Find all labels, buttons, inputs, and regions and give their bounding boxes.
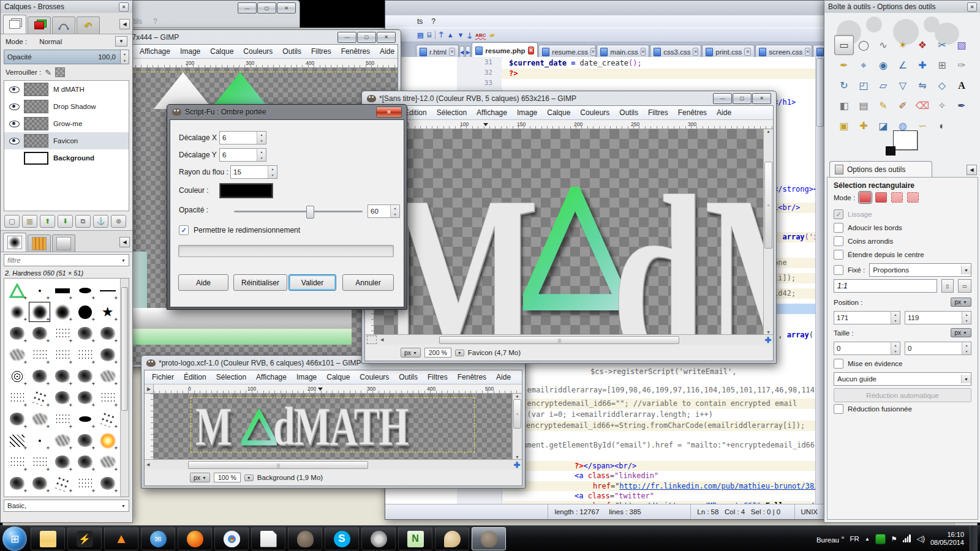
code-fragment[interactable]: 1<br/>: [771, 203, 819, 213]
tool-cage-transform[interactable]: ◇: [932, 75, 952, 96]
sans-titre-horizontal-scrollbar[interactable]: ◀|||▶ ✚: [365, 334, 773, 345]
nav-down-icon[interactable]: ▼: [458, 31, 464, 39]
sans-titre-maximize-button[interactable]: ▢: [733, 93, 752, 104]
checkbox-adoucir-les-bords[interactable]: [834, 223, 843, 233]
code-fragment[interactable]: id42;: [771, 288, 819, 299]
visibility-eye-icon[interactable]: [9, 121, 20, 127]
gimp1-menu-affichage[interactable]: Affichage: [135, 46, 175, 57]
brush-oval-33[interactable]: [74, 408, 96, 430]
sans-titre-menu-s-lection[interactable]: Sélection: [432, 107, 472, 118]
help-button[interactable]: Aide: [178, 274, 228, 291]
brush-smear-44[interactable]: [96, 451, 119, 473]
tab-close-icon[interactable]: ✕: [693, 48, 698, 56]
position-x-spinner[interactable]: 171▲▼: [834, 311, 900, 324]
code-fragment[interactable]: ), array(: [771, 330, 819, 340]
tool-scale[interactable]: ◰: [854, 75, 873, 96]
autoshrink-button[interactable]: Réduction automatique: [834, 388, 971, 402]
folder-icon[interactable]: ▰: [489, 31, 494, 39]
brush-noise-45[interactable]: [6, 473, 28, 494]
brush-noise-54[interactable]: [96, 494, 119, 497]
tool-perspective[interactable]: ▽: [893, 75, 913, 96]
firefox-close-button[interactable]: ✕: [277, 2, 296, 13]
brush-soft2-7[interactable]: [51, 301, 74, 323]
brush-oval-3[interactable]: [74, 280, 96, 301]
brush-specks-25[interactable]: [6, 387, 28, 408]
fg-bg-colors[interactable]: [886, 130, 922, 160]
portrait-button[interactable]: ▯: [941, 279, 954, 293]
code-line[interactable]: r (var i=0; i<emailriddlerarray.length; …: [503, 410, 816, 420]
opacity-slider-thumb[interactable]: [306, 206, 314, 219]
sans-titre-menu-fen-tres[interactable]: Fenêtres: [673, 107, 712, 118]
sans-titre-zoom-dropdown[interactable]: ▼: [455, 350, 464, 356]
desktop-toolbar-label[interactable]: Bureau »: [816, 534, 845, 544]
position-y-spinner[interactable]: 119▲▼: [905, 311, 971, 324]
action-center-flag-icon[interactable]: ⚑: [891, 535, 897, 543]
dock-menu-button[interactable]: ◀: [119, 237, 130, 247]
brush-noise-42[interactable]: [51, 451, 74, 473]
script-fu-titlebar[interactable]: Script-Fu : Ombre portée ✕: [170, 105, 404, 119]
tool-options-tab[interactable]: Options des outils: [829, 161, 932, 178]
toolbox-close-button[interactable]: ✕: [967, 2, 977, 12]
tab-patterns[interactable]: [28, 234, 51, 252]
tab-close-icon[interactable]: ✕: [449, 48, 455, 56]
proto-menu-calque[interactable]: Calque: [322, 372, 355, 383]
taskbar-libreoffice[interactable]: [251, 527, 285, 550]
code-line[interactable]: ;: [503, 451, 816, 462]
proto-menu-filtres[interactable]: Filtres: [423, 372, 453, 383]
brush-noise-22[interactable]: [51, 365, 74, 387]
layer-row-m-dmath[interactable]: M dMATH: [4, 81, 129, 98]
brush-noise-46[interactable]: [28, 473, 51, 494]
brush-preset-dropdown[interactable]: Basic,▼: [4, 500, 129, 512]
tool-free-select[interactable]: ∿: [873, 35, 893, 55]
language-indicator[interactable]: FR: [850, 535, 859, 542]
brush-line-4[interactable]: [96, 280, 119, 301]
brush-noise-11[interactable]: [28, 323, 51, 344]
brush-marks-34[interactable]: [96, 408, 119, 430]
proto-zoom-value[interactable]: 100 %: [214, 473, 241, 482]
sans-titre-menu-image[interactable]: Image: [512, 107, 542, 118]
firefox-menu-item[interactable]: ?: [148, 17, 163, 26]
brush-green-52[interactable]: [51, 494, 74, 497]
tab-css3-css[interactable]: css3.css✕: [650, 45, 701, 58]
reset-button[interactable]: Réinitialiser: [233, 274, 287, 291]
gimp1-menu-couleurs[interactable]: Couleurs: [238, 46, 277, 57]
show-hidden-icons[interactable]: ▲: [865, 536, 870, 542]
brush-noise-38[interactable]: [74, 430, 96, 451]
nav-bottom-icon[interactable]: ⍊: [467, 31, 472, 39]
brush-logo-0[interactable]: [6, 280, 28, 301]
code-fragment[interactable]: , array('i: [771, 232, 819, 242]
mode-add-button[interactable]: [875, 192, 887, 203]
panel-close-button[interactable]: ✕: [119, 2, 129, 12]
code-line[interactable]: href="http://fr.linkedin.com/pub/mathieu…: [503, 481, 816, 492]
brush-dot-36[interactable]: [28, 430, 51, 451]
brush-marks-47[interactable]: [51, 473, 74, 494]
editor-titlebar[interactable]: [385, 1, 824, 15]
options-menu-button[interactable]: ◀: [967, 165, 977, 175]
sans-titre-horizontal-ruler[interactable]: 50100150200250300: [374, 120, 773, 129]
tab-undo-history[interactable]: ↶: [77, 17, 100, 34]
sans-titre-menu-filtres[interactable]: Filtres: [643, 107, 673, 118]
taskbar-vlc[interactable]: ▲: [104, 527, 138, 550]
code-fragment[interactable]: [i]);: [771, 273, 819, 283]
sans-titre-menu-outils[interactable]: Outils: [614, 107, 643, 118]
gimp1-menu-image[interactable]: Image: [175, 46, 205, 57]
proto-canvas[interactable]: M dMATH: [154, 394, 512, 459]
allow-resizing-checkbox[interactable]: [179, 225, 189, 235]
tool-scissors-select[interactable]: ✂: [932, 35, 952, 55]
checkbox-tendre-depuis-le-centre[interactable]: [834, 250, 843, 260]
gimp1-menu-aide[interactable]: Aide: [375, 46, 398, 57]
tool-move[interactable]: ✚: [913, 55, 932, 75]
brush-noise-28[interactable]: [74, 387, 96, 408]
tab-gradients[interactable]: [52, 234, 75, 252]
tool-ink[interactable]: ✒: [952, 96, 971, 116]
tool-rectangle-select[interactable]: ▭: [834, 35, 854, 55]
brush-smear-24[interactable]: [96, 365, 119, 387]
fixed-checkbox[interactable]: [834, 265, 843, 275]
gimp1-close-button[interactable]: ✕: [377, 32, 396, 43]
brush-noise-30[interactable]: [6, 408, 28, 430]
tool-text[interactable]: A: [952, 75, 971, 96]
raise-layer-button[interactable]: ⬆: [40, 215, 55, 228]
brush-dot-1[interactable]: [28, 280, 51, 301]
sans-titre-menu-aide[interactable]: Aide: [712, 107, 736, 118]
tool-ellipse-select[interactable]: ◯: [854, 35, 873, 55]
